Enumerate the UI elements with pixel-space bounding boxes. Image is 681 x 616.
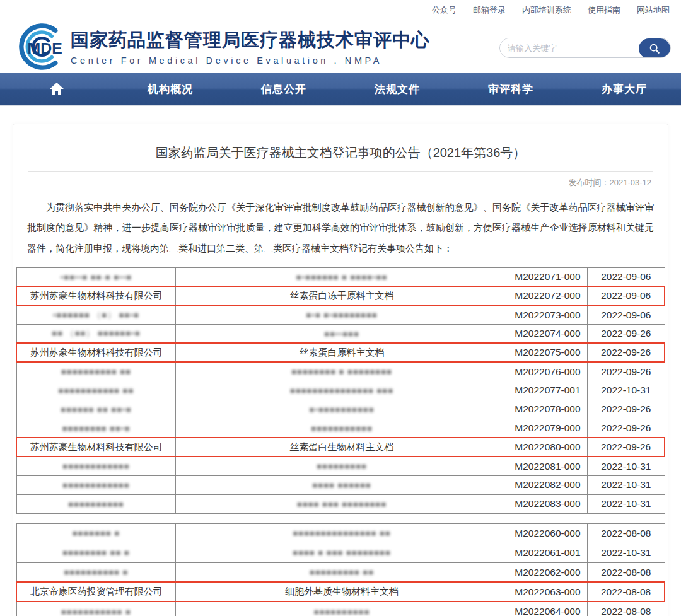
cell-document: ■■■■ ■ ■■■ ■■■■■■■■ [176,543,508,562]
cell-company: ■■■■■■■■■■■■ [16,475,176,494]
table-row: ■■■■■■■■ ■■ ■■■■■ ■ ■■■ ■■■■■■■■M2022061… [16,543,665,562]
home-icon [49,82,64,96]
link-user-guide[interactable]: 使用指南 [588,4,620,16]
cell-document: ■■■■■■■■■■■ [176,419,508,438]
cell-date: 2022-09-26 [588,362,665,381]
cell-company: ■■■■■■■■ ■■ ■ [16,543,176,562]
search-input[interactable] [500,38,639,57]
cell-num: M2022062-000 [508,562,587,582]
cell-company: ■■■■■■■■ ■■▪■ [16,419,176,438]
cell-date: 2022-09-26 [588,324,665,343]
cell-document: ■■▪▪■■■ [176,324,508,343]
cell-document: ■▪■■■■■■ ■ ■■■■▪■■ [176,267,508,286]
cell-num: M2022082-000 [508,475,587,494]
cell-date: 2022-10-31 [588,456,665,475]
cell-company: ■■■■■■■■■■ ■ [16,562,176,582]
nav-item-regulations[interactable]: 法规文件 [340,73,454,105]
article-card: 国家药监局关于医疗器械主文档登记事项的公告（2021年第36号） 发布时间：20… [13,124,668,616]
cell-document: ■■■■■■■■■■■■■■■ ■■ [176,523,508,543]
cell-company: ■■■■■■■■■■ [16,494,176,513]
nav-item-service[interactable]: 办事大厅 [568,73,681,105]
cell-date: 2022-09-26 [588,419,665,438]
cell-date: 2022-09-06 [588,305,665,324]
cell-num: M2022083-000 [508,494,587,513]
link-mail-login[interactable]: 邮箱登录 [473,4,506,16]
svg-text:MDE: MDE [28,40,62,57]
table-row-highlighted: 苏州苏豪生物材料科技有限公司丝素蛋白原料主文档M2022075-0002022-… [16,343,665,362]
cell-date: 2022-09-26 [588,438,665,456]
table-row-highlighted: 苏州苏豪生物材料科技有限公司丝素蛋白生物材料主文档M2022080-000202… [16,438,665,456]
cell-company: ■■■■■■■■■■■ ■■ [16,381,176,400]
cell-date: 2022-09-06 [588,286,665,305]
table-row: ■■■■■■■■ ■■▪■■■■■■■■■■■■M2022079-0002022… [16,419,665,438]
cell-company: ■■■■■■ ■■ ■■▪■ [16,400,176,419]
table-row: ▪■■■■■■ （■） ■■▪■■▪■ ■▪■■■■■■■■M2022073-0… [16,305,665,324]
main-nav: 机构概况 信息公开 法规文件 审评科学 办事大厅 [0,73,681,106]
table-row: ■■■■■■ ■■ ■■▪■■▪■■■■■■■■■■M2022078-00020… [16,400,665,419]
cell-company: ■■■■■■■■■■ ■■ [16,362,176,381]
search-button[interactable] [639,38,670,58]
top-utility-bar: 公众号 邮箱登录 内部培训系统 使用指南 网站地图 [0,0,681,16]
link-wechat[interactable]: 公众号 [432,4,457,16]
org-name-cn: 国家药品监督管理局医疗器械技术审评中心 [71,28,430,53]
cell-company: ▪■■▪▪■ ■■-■ ■▪▪■ [16,267,176,286]
cell-document: 丝素蛋白冻干原料主文档 [176,286,508,305]
cell-date: 2022-10-31 [588,381,665,400]
table-row: ■■■■■■■■■■ ■■■■■■■■■■ ■■M2022062-0002022… [16,562,665,582]
table-row: ■■■■■■■ ■■■■■■■■■■■■■■■■ ■■M2022060-0002… [16,523,665,543]
master-file-table-1: ▪■■▪▪■ ■■-■ ■▪▪■■▪■■■■■■ ■ ■■■■▪■■M20220… [16,267,665,514]
cell-num: M2022077-001 [508,381,587,400]
link-sitemap[interactable]: 网站地图 [637,4,670,16]
cell-document: 细胞外基质生物材料主文档 [176,582,508,601]
table-row-highlighted: 苏州苏豪生物材料科技有限公司丝素蛋白冻干原料主文档M2022072-000202… [16,286,665,305]
nav-item-about[interactable]: 机构概况 [114,73,227,105]
nav-item-home[interactable] [0,73,114,105]
cell-date: 2022-10-31 [588,543,665,562]
cell-num: M2022081-000 [508,456,587,475]
cell-document: ■■■■■■■■■■■■■■■ ■■■ [176,381,508,400]
cell-document: 丝素蛋白原料主文档 [176,343,508,362]
article-body: 为贯彻落实中共中央办公厅、国务院办公厅《关于深化审评审批制度改革鼓励药品医疗器械… [13,191,668,267]
table-row: ■■■■■■■■■■■■■■■■■■■■■M2022081-0002022-10… [16,456,665,475]
table-row: ■■ （■■） ■■■■■■▪■■■▪▪■■■M2022074-0002022-… [16,324,665,343]
cell-company: ▪■■■■■■ （■） ■■▪■ [16,305,176,324]
table-row: ■■■■■■■■■■■■■■ ■■■ ■■■■■■■■M2022083-0002… [16,494,665,513]
cell-num: M2022078-000 [508,400,587,419]
cell-date: 2022-09-06 [588,267,665,286]
cell-document: 丝素蛋白生物材料主文档 [176,438,508,456]
cell-document: ■■■■■■■■■■ [176,601,508,616]
cell-document: ■■■■ ■■■ ■■■■■■■■ [176,494,508,513]
nav-item-info[interactable]: 信息公开 [227,73,340,105]
nav-item-science[interactable]: 审评科学 [454,73,568,105]
cell-date: 2022-08-08 [588,523,665,543]
cell-date: 2022-08-08 [588,601,665,616]
cell-document: ■■■■■■■■ ■ ■■■■■■■■ [176,362,508,381]
cell-document: ■■■■■■■■■ ■■ [176,562,508,582]
table-row: ■■■■■■■■■■ ■■■■■■■■■■ ■ ■■■■■■■■M2022076… [16,362,665,381]
table-row-highlighted: 北京帝康医药投资管理有限公司细胞外基质生物材料主文档M2022063-00020… [16,582,665,601]
cmde-logo-link[interactable]: MDE [10,22,68,71]
cell-date: 2022-08-08 [588,562,665,582]
cell-date: 2022-08-08 [588,582,665,601]
cell-date: 2022-10-31 [588,494,665,513]
master-file-table-2: ■■■■■■■ ■■■■■■■■■■■■■■■■ ■■M2022060-0002… [16,523,665,616]
link-internal-training[interactable]: 内部培训系统 [522,4,571,16]
cell-company: ■■■■■■■■■■■■ [16,456,176,475]
cell-date: 2022-09-26 [588,400,665,419]
cell-company: 北京帝康医药投资管理有限公司 [16,582,176,601]
site-header: MDE 国家药品监督管理局医疗器械技术审评中心 Center For Medic… [0,16,681,73]
cell-num: M2022064-000 [508,601,587,616]
cell-document: ■■■■ ■■■■■■ [176,475,508,494]
cell-company: 苏州苏豪生物材料科技有限公司 [16,343,176,362]
search-icon [649,43,660,54]
brand-block: 国家药品监督管理局医疗器械技术审评中心 Center For Medical D… [71,28,430,66]
table-gap [16,514,665,523]
org-name-en: Center For Medical Device Evaluation . N… [71,55,430,66]
cell-num: M2022072-000 [508,286,587,305]
cell-document: ■■■■■■■■■ [176,456,508,475]
cell-num: M2022060-000 [508,523,587,543]
master-file-tables: ▪■■▪▪■ ■■-■ ■▪▪■■▪■■■■■■ ■ ■■■■▪■■M20220… [13,267,668,616]
cell-num: M2022079-000 [508,419,587,438]
cell-num: M2022071-000 [508,267,587,286]
cell-num: M2022076-000 [508,362,587,381]
